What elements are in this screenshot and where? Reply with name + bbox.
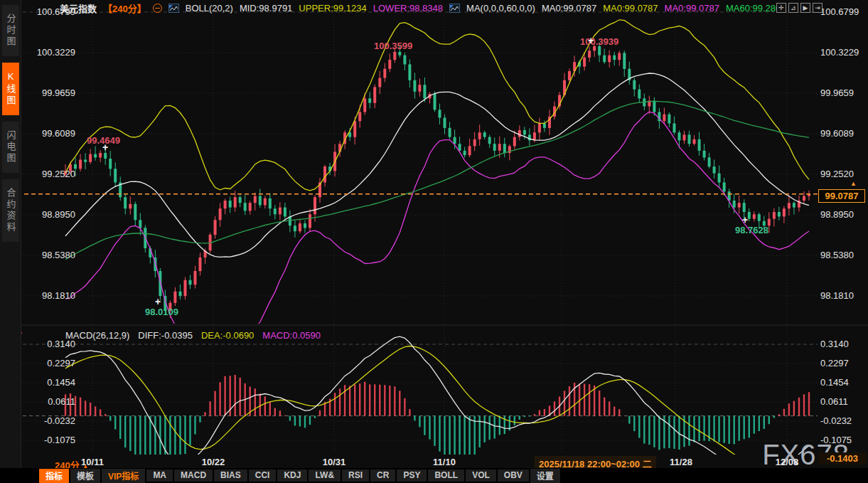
toolbar-item-cr[interactable]: CR [370,469,395,482]
boll-mid-value: MID:98.9791 [240,3,292,14]
toolbar-item-psy[interactable]: PSY [397,469,427,482]
macd-axis-label: -0.0232 [820,415,852,426]
macd-axis-label: 0.3140 [820,339,849,349]
sidebar-tab-contract-info[interactable]: 合约资料 [2,179,19,242]
toolbar-item-settings[interactable]: 设置 [530,469,560,483]
x-axis-label: 12/08 [776,457,799,467]
y-axis-label: 99.9659 [820,87,854,98]
chart-canvas[interactable] [0,0,868,483]
extreme-marker-icon: + [742,214,748,225]
macd-axis-label: -0.0232 [21,415,75,426]
macd-value: MACD:0.0590 [262,330,321,341]
macd-axis-label: -0.1075 [21,435,75,445]
chart-tool-icons: ✛ ⊿ ▶ ⇥ [776,3,823,13]
x-axis-label: 11/28 [670,457,692,467]
price-annotation-peak: 100.3599 [374,41,412,51]
sidebar-tab-time-chart[interactable]: 分时图 [2,5,19,56]
macd-current-value-badge: -0.1403 [818,452,867,465]
extreme-marker-icon: + [155,296,161,307]
macd-axis-label: -0.1075 [820,435,852,445]
indicator-window-icon[interactable]: ⊿ [788,3,798,13]
ma0-value-3: MA0:99.0787 [665,3,719,14]
price-annotation-low: 98.7628 [735,225,768,235]
toolbar-item-bias[interactable]: BIAS [214,469,247,482]
macd-axis-label: 0.0611 [820,396,848,407]
macd-params-label: MACD(26,12,9) [65,330,129,341]
current-price-badge: 99.0787 [818,189,865,203]
extreme-marker-icon: + [102,142,108,153]
boll-label: BOLL(20,2) [186,3,233,14]
price-marker-arrow-icon: ▲ [850,180,857,187]
toolbar-item-boll[interactable]: BOLL [428,469,464,482]
sidebar-tab-kline-chart[interactable]: K线图 [2,63,19,115]
y-axis-label: 98.8950 [21,209,75,220]
y-axis-label: 100.6799 [820,6,859,17]
y-axis-label: 100.3229 [21,47,75,58]
toolbar-item-lw[interactable]: LW& [309,469,341,482]
symbol-title: 美元指数 [60,1,97,15]
toolbar-item-obv[interactable]: OBV [498,469,529,482]
y-axis-label: 99.6089 [820,128,854,139]
x-axis-label: 11/10 [433,457,456,467]
y-axis-label: 99.6089 [21,128,75,139]
sidebar: 分时图 K线图 闪电图 合约资料 [0,0,21,483]
y-axis-label: 98.5380 [21,250,75,260]
toolbar-item-template[interactable]: 模板 [70,469,100,483]
macd-axis-label: 0.2297 [820,358,849,368]
extreme-marker-icon: + [588,35,594,46]
toolbar-item-vol[interactable]: VOL [466,469,496,482]
macd-axis-label: 0.1454 [21,377,75,388]
toolbar-item-indicator[interactable]: 指标 [39,469,69,483]
toolbar-item-vip-indicator[interactable]: VIP指标 [102,469,145,483]
boll-indicator-icon[interactable] [168,4,179,13]
ma0-value-1: MA0:99.0787 [542,3,596,14]
macd-diff-value: DIFF:-0.0395 [138,330,193,341]
macd-axis-label: 0.1454 [820,377,849,388]
x-axis-label: 10/22 [202,457,225,467]
next-chart-icon[interactable]: ▶ [800,3,810,13]
y-axis-label: 98.8950 [820,209,854,220]
ma-indicator-icon[interactable] [449,4,460,13]
y-axis-label: 98.5380 [820,250,854,260]
boll-upper-value: UPPER:99.1234 [299,3,366,14]
sidebar-tab-lightning-chart[interactable]: 闪电图 [2,122,19,173]
macd-axis-label: 0.0611 [21,396,75,407]
collapse-icon[interactable] [153,4,162,13]
toolbar-item-ma[interactable]: MA [146,469,173,482]
period-label: 【240分】 [103,1,146,15]
ma0-value-2: MA0:99.0787 [603,3,658,14]
expand-right-icon[interactable]: ⇥ [813,3,823,13]
bottom-toolbar: 指标 模板 VIP指标 MA MACD BIAS CCI KDJ LW& RSI… [0,468,868,483]
price-annotation-low: 98.0109 [145,307,178,317]
x-axis-label: 10/11 [81,457,104,467]
y-axis-label: 99.9659 [21,87,75,98]
ma-label: MA(0,0,0,60,0,0) [466,3,535,14]
y-axis-label: 98.1810 [21,290,75,301]
toolbar-item-kdj[interactable]: KDJ [277,469,307,482]
y-axis-label: 99.2520 [820,169,854,179]
y-axis-label: 98.1810 [820,290,854,301]
y-axis-label: 100.3229 [820,47,859,58]
chart-header: 美元指数 【240分】 BOLL(20,2) MID:98.9791 UPPER… [60,2,786,14]
toolbar-item-macd[interactable]: MACD [174,469,213,482]
toolbar-item-rsi[interactable]: RSI [342,469,369,482]
pan-icon[interactable]: ✛ [776,3,786,13]
macd-dea-value: DEA:-0.0690 [201,330,254,341]
macd-axis-label: 0.2297 [21,358,75,368]
macd-header: MACD(26,12,9) DIFF:-0.0395 DEA:-0.0690 M… [65,330,321,341]
toolbar-item-cci[interactable]: CCI [249,469,277,482]
price-annotation-peak: 100.3939 [580,36,618,47]
boll-lower-value: LOWER:98.8348 [373,3,443,14]
y-axis-label: 99.2520 [21,169,75,179]
x-axis-label: 10/31 [323,457,346,467]
